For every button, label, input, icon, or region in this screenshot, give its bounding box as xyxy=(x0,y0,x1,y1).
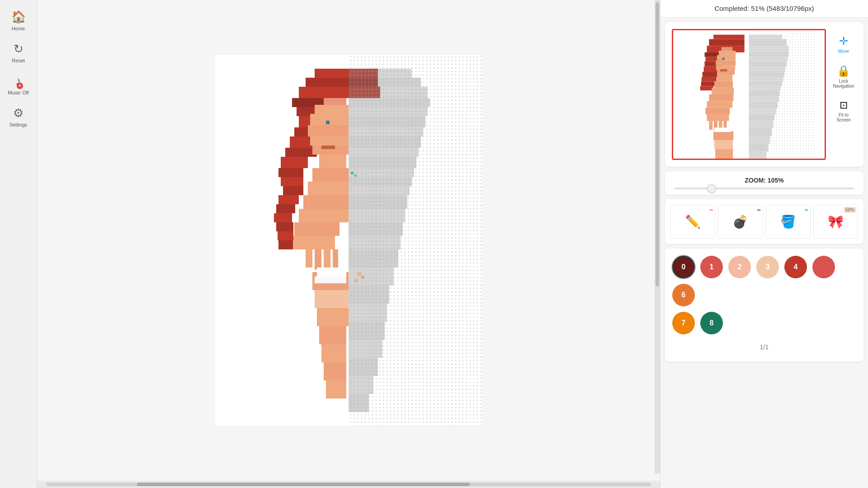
music-off-x: ✕ xyxy=(17,83,23,89)
completion-text: Completed: 51% (5483/10796px) xyxy=(714,5,814,12)
svg-rect-9 xyxy=(285,148,317,157)
color-btn-2[interactable]: 2 xyxy=(728,256,751,278)
sidebar: 🏠 Home ↻ Reset ♪ ✕ Music Off ⚙ Settings xyxy=(0,0,37,488)
color-btn-3[interactable]: 3 xyxy=(756,256,779,278)
mystery-badge: 50% xyxy=(844,207,856,213)
zoom-slider-container xyxy=(674,188,854,189)
color-btn-4[interactable]: 4 xyxy=(784,256,807,278)
color-btn-0[interactable]: 0 xyxy=(672,256,695,278)
svg-rect-42 xyxy=(278,195,299,204)
svg-rect-47 xyxy=(278,240,293,249)
sidebar-item-settings[interactable]: ⚙ Settings xyxy=(0,101,37,133)
color-label-6: 6 xyxy=(682,291,686,299)
svg-rect-109 xyxy=(709,121,712,130)
svg-rect-116 xyxy=(714,127,731,132)
color-btn-8[interactable]: 8 xyxy=(700,312,723,334)
svg-rect-84 xyxy=(709,39,744,46)
pixel-art-canvas[interactable] xyxy=(215,55,482,426)
svg-rect-113 xyxy=(713,131,733,140)
sidebar-item-reset-label: Reset xyxy=(12,58,25,63)
color-label-0: 0 xyxy=(682,263,686,271)
svg-rect-45 xyxy=(276,222,293,231)
svg-rect-92 xyxy=(701,82,715,86)
svg-rect-12 xyxy=(281,177,303,186)
horizontal-scrollbar-thumb[interactable] xyxy=(137,483,470,486)
svg-rect-106 xyxy=(707,101,732,108)
svg-rect-35 xyxy=(317,267,346,277)
bucket-tool-card[interactable]: 🪣 ∞ xyxy=(766,205,811,239)
horizontal-scrollbar-track[interactable] xyxy=(46,483,651,486)
svg-rect-104 xyxy=(712,88,734,94)
svg-rect-18 xyxy=(310,136,349,145)
svg-rect-23 xyxy=(312,168,349,182)
move-tool-btn[interactable]: ✛ Move xyxy=(830,31,857,57)
pencil-tool-icon: ✏️ xyxy=(685,214,701,229)
canvas-container[interactable] xyxy=(37,0,660,481)
bomb-tool-card[interactable]: 💣 ∞ xyxy=(718,205,763,239)
color-label-2: 2 xyxy=(738,263,742,271)
svg-rect-97 xyxy=(716,61,736,66)
pencil-badge: ∞ xyxy=(709,207,713,212)
lock-nav-btn[interactable]: 🔒 LockNavigation xyxy=(830,61,857,92)
vertical-scroll-thumb[interactable] xyxy=(656,2,659,286)
svg-rect-76 xyxy=(351,172,354,174)
music-icon-container: ♪ ✕ xyxy=(15,74,21,88)
svg-rect-13 xyxy=(283,186,303,195)
pixel-art-wrapper[interactable] xyxy=(215,55,482,426)
svg-rect-114 xyxy=(714,140,733,149)
sidebar-item-music[interactable]: ♪ ✕ Music Off xyxy=(0,69,37,101)
main-canvas-area xyxy=(37,0,660,488)
preview-section: ✛ Move 🔒 LockNavigation ⊡ Fit toScreen xyxy=(665,22,863,167)
svg-rect-93 xyxy=(700,86,713,90)
color-btn-1[interactable]: 1 xyxy=(700,256,723,278)
svg-rect-103 xyxy=(714,81,733,88)
color-label-8: 8 xyxy=(710,319,714,327)
svg-rect-38 xyxy=(319,326,346,344)
sidebar-item-home[interactable]: 🏠 Home xyxy=(0,5,37,37)
svg-rect-100 xyxy=(722,58,725,60)
svg-rect-107 xyxy=(706,108,730,114)
svg-rect-90 xyxy=(703,72,718,77)
bucket-tool-icon: 🪣 xyxy=(780,214,796,229)
svg-rect-32 xyxy=(333,249,338,267)
color-btn-7[interactable]: 7 xyxy=(672,312,695,334)
svg-rect-46 xyxy=(278,231,293,240)
lock-icon: 🔒 xyxy=(837,65,850,77)
svg-rect-20 xyxy=(326,121,330,124)
svg-rect-140 xyxy=(749,30,816,159)
sidebar-item-reset[interactable]: ↻ Reset xyxy=(0,37,37,69)
lock-nav-label: LockNavigation xyxy=(833,79,854,89)
color-btn-5[interactable]: 5 xyxy=(812,256,835,278)
svg-rect-36 xyxy=(315,277,346,283)
fit-screen-btn[interactable]: ⊡ Fit toScreen xyxy=(830,96,857,126)
svg-rect-105 xyxy=(709,94,733,101)
svg-rect-10 xyxy=(281,157,308,168)
palette-row-2: 7 8 xyxy=(672,312,856,334)
move-tool-label: Move xyxy=(838,49,849,54)
svg-rect-17 xyxy=(308,125,349,136)
sidebar-item-settings-label: Settings xyxy=(9,122,28,127)
pencil-tool-card[interactable]: ✏️ ∞ xyxy=(670,205,715,239)
palette-section: 0 1 2 3 4 5 6 xyxy=(665,249,863,361)
horizontal-scrollbar-container xyxy=(37,481,660,488)
vertical-scrollbar[interactable] xyxy=(655,0,660,474)
svg-rect-95 xyxy=(719,51,736,55)
svg-rect-83 xyxy=(713,35,745,39)
svg-rect-30 xyxy=(315,249,321,270)
zoom-slider[interactable] xyxy=(674,188,854,189)
svg-rect-22 xyxy=(319,155,346,168)
color-btn-6[interactable]: 6 xyxy=(672,284,695,306)
svg-rect-80 xyxy=(354,279,358,282)
svg-rect-75 xyxy=(349,55,482,426)
fit-screen-label: Fit toScreen xyxy=(836,113,851,122)
svg-rect-108 xyxy=(707,114,729,121)
svg-rect-94 xyxy=(722,47,732,51)
page-number: 1/1 xyxy=(760,343,769,351)
bucket-badge: ∞ xyxy=(805,207,808,212)
mystery-tool-card[interactable]: 🎀 50% xyxy=(813,205,858,239)
zoom-label-text: ZOOM: xyxy=(745,177,766,184)
svg-rect-27 xyxy=(294,222,340,236)
fit-screen-icon: ⊡ xyxy=(840,99,848,111)
svg-rect-37 xyxy=(317,308,349,326)
color-label-1: 1 xyxy=(710,263,714,271)
